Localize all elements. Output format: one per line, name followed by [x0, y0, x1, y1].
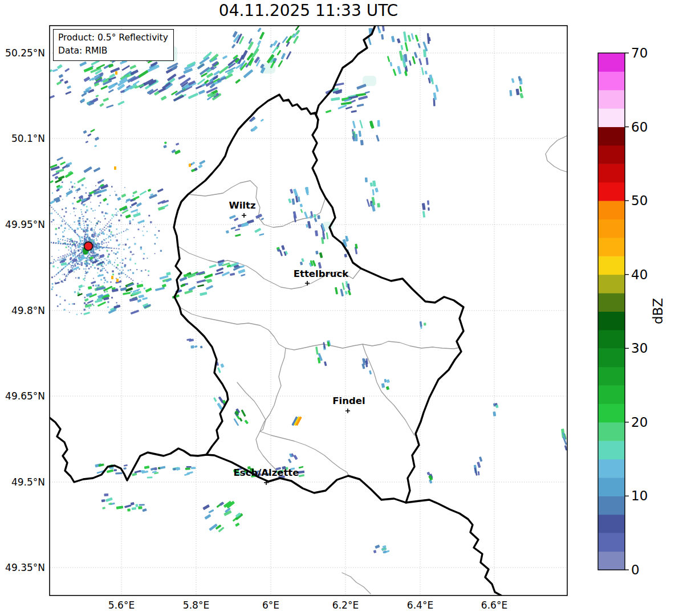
clutter-spoke-speck	[108, 237, 109, 238]
longitude-tick-label: 6.6°E	[481, 599, 507, 611]
clutter-spoke-speck	[105, 225, 107, 226]
clutter-spoke-speck	[58, 257, 59, 258]
echo-streak	[348, 290, 352, 295]
clutter-speck	[85, 221, 87, 222]
echo-streak	[197, 279, 206, 284]
clutter-speck	[86, 187, 87, 189]
clutter-spoke-speck	[70, 239, 71, 240]
colorbar-segment	[598, 515, 625, 533]
echo-streak	[261, 119, 264, 122]
clutter-spoke-speck	[117, 211, 119, 212]
clutter-spoke-speck	[76, 256, 77, 258]
clutter-speck	[144, 288, 145, 289]
clutter-spoke-speck	[80, 262, 82, 263]
echo-streak	[56, 157, 63, 161]
clutter-speck	[71, 267, 72, 268]
clutter-speck	[154, 243, 156, 244]
clutter-spoke-speck	[72, 267, 73, 268]
clutter-speck	[90, 266, 91, 267]
clutter-speck	[64, 230, 65, 231]
warm-echo-dot	[116, 279, 119, 282]
clutter-spoke-speck	[66, 255, 67, 256]
clutter-speck	[83, 285, 84, 287]
clutter-spoke-speck	[81, 252, 82, 253]
echo-streak	[259, 233, 264, 236]
clutter-speck	[132, 219, 134, 221]
echo-streak	[324, 361, 327, 366]
clutter-spoke-speck	[83, 221, 84, 222]
clutter-spoke-speck	[87, 231, 88, 232]
echo-streak	[124, 464, 128, 467]
latitude-tick-label: 49.65°N	[5, 390, 45, 402]
clutter-spoke-speck	[62, 239, 63, 240]
echo-streak	[344, 254, 347, 258]
clutter-speck	[71, 265, 72, 266]
clutter-speck	[56, 295, 58, 296]
clutter-spoke-speck	[95, 259, 96, 260]
clutter-speck	[116, 239, 117, 241]
pale-echo-patches	[150, 46, 376, 230]
clutter-spoke-speck	[91, 236, 92, 237]
colorbar-segment	[598, 182, 625, 201]
echo-streak	[78, 284, 83, 288]
clutter-speck	[70, 181, 72, 183]
clutter-speck	[31, 276, 32, 278]
clutter-speck	[76, 314, 78, 315]
clutter-spoke-speck	[107, 247, 108, 248]
clutter-spoke-speck	[113, 216, 114, 217]
echo-streak	[132, 473, 137, 476]
clutter-speck	[60, 225, 62, 226]
clutter-spoke-speck	[96, 256, 97, 258]
echo-streak	[194, 345, 198, 348]
clutter-speck	[52, 287, 54, 288]
clutter-speck	[87, 256, 88, 257]
echo-streak	[229, 215, 236, 219]
echo-streak	[240, 265, 245, 268]
clutter-speck	[72, 303, 73, 304]
echo-streak	[185, 467, 190, 470]
clutter-speck	[92, 285, 94, 287]
echo-streak	[390, 62, 393, 67]
clutter-spoke-speck	[123, 231, 124, 232]
echo-streak	[519, 86, 522, 92]
clutter-speck	[73, 207, 75, 209]
clutter-speck	[45, 282, 47, 284]
echo-streak	[117, 101, 124, 105]
clutter-speck	[38, 283, 39, 284]
colorbar-segment	[598, 496, 625, 515]
clutter-spoke-speck	[104, 268, 105, 269]
clutter-spoke-speck	[76, 263, 77, 264]
echo-streak	[83, 312, 90, 315]
clutter-speck	[104, 215, 105, 217]
clutter-speck	[126, 277, 127, 278]
echo-streak	[204, 514, 211, 520]
clutter-spoke-speck	[80, 257, 81, 258]
echo-streak	[208, 509, 214, 513]
echo-streak	[356, 84, 367, 90]
clutter-speck	[121, 272, 123, 274]
clutter-speck	[114, 262, 115, 263]
clutter-speck	[141, 270, 143, 272]
clutter-spoke-speck	[103, 239, 104, 240]
clutter-spoke-speck	[71, 242, 72, 243]
echo-streak	[278, 60, 283, 67]
clutter-speck	[51, 213, 53, 214]
echo-streak	[299, 203, 303, 207]
clutter-speck	[57, 305, 59, 307]
clutter-speck	[81, 313, 82, 314]
latitude-tick-labels: 50.25°N50.1°N49.95°N49.8°N49.65°N49.5°N4…	[5, 47, 45, 573]
clutter-speck	[116, 302, 117, 303]
echo-streak	[131, 202, 137, 206]
echo-streak	[241, 274, 245, 276]
clutter-speck	[125, 258, 126, 259]
echo-streak	[99, 189, 107, 193]
echo-streak	[115, 472, 122, 475]
echo-streak	[293, 211, 297, 218]
clutter-speck	[76, 270, 77, 271]
warm-echo-dot	[111, 276, 113, 279]
clutter-speck	[92, 249, 93, 251]
echo-streak	[209, 264, 216, 268]
echo-streak	[77, 177, 86, 183]
echo-streak	[383, 550, 387, 554]
district-border-wiltz-south	[178, 246, 361, 289]
